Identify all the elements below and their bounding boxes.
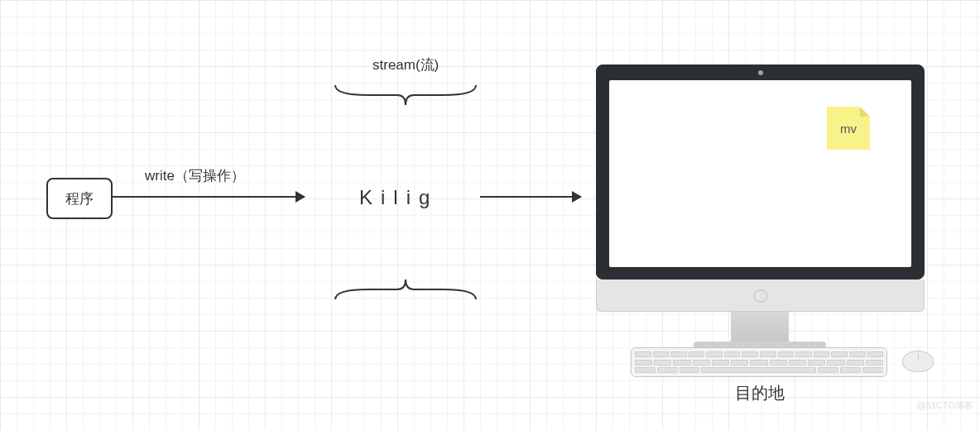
arrow-stream-to-dest — [480, 196, 581, 198]
monitor-neck — [731, 312, 789, 342]
arrow-program-to-stream — [113, 196, 305, 198]
diagram-canvas: 程序 write（写操作） stream(流) Kilig mv — [0, 0, 980, 430]
destination-computer: mv — [596, 64, 923, 348]
stream-center-text: Kilig — [359, 186, 438, 209]
monitor-logo-icon — [754, 289, 767, 303]
program-label: 程序 — [65, 189, 94, 208]
note-fold-icon — [860, 107, 870, 117]
mouse-icon — [902, 351, 934, 372]
monitor-chin — [596, 280, 925, 312]
note-text: mv — [840, 122, 857, 136]
monitor-screen: mv — [609, 80, 911, 267]
destination-label: 目的地 — [735, 382, 785, 404]
program-node: 程序 — [46, 178, 113, 219]
monitor-bezel: mv — [596, 64, 925, 280]
brace-bottom-icon — [331, 277, 480, 302]
watermark-text: @51CTO博客 — [917, 399, 973, 412]
camera-icon — [758, 70, 763, 75]
stream-top-label: stream(流) — [372, 55, 439, 74]
keyboard-icon — [631, 347, 887, 377]
brace-top-icon — [331, 83, 480, 108]
arrow-write-label: write（写操作） — [145, 166, 245, 185]
